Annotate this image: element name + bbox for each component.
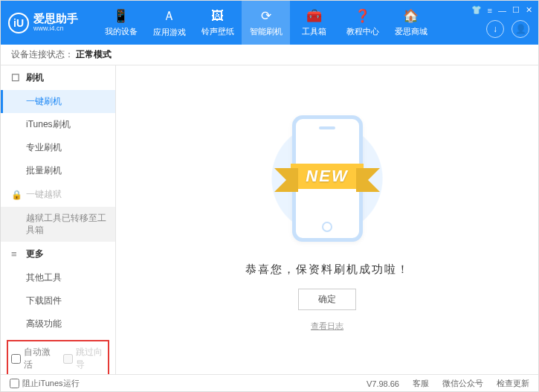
help-icon: ❓	[355, 8, 370, 24]
sidebar-item-batch-flash[interactable]: 批量刷机	[1, 159, 115, 182]
footer-link-update[interactable]: 检查更新	[497, 378, 529, 389]
app-url: www.i4.cn	[33, 25, 78, 33]
footer-link-support[interactable]: 客服	[413, 378, 429, 389]
sidebar-item-download-firmware[interactable]: 下载固件	[1, 289, 115, 312]
flash-section-icon: ☐	[11, 72, 22, 83]
tab-ringtones[interactable]: 🖼铃声壁纸	[193, 1, 242, 45]
skipguide-input	[63, 354, 73, 364]
status-bar: 设备连接状态： 正常模式	[1, 45, 538, 65]
success-illustration: NEW	[268, 108, 387, 249]
flash-icon: ⟳	[261, 8, 271, 24]
sidebar-item-pro-flash[interactable]: 专业刷机	[1, 136, 115, 159]
jailbreak-note: 越狱工具已转移至工具箱	[1, 207, 115, 242]
device-icon: 📱	[113, 8, 129, 24]
app-title: 爱思助手	[33, 13, 78, 25]
checkbox-autoactivate[interactable]: 自动激活	[11, 346, 53, 371]
toolbox-icon: 🧰	[306, 8, 322, 24]
maximize-button[interactable]: ☐	[512, 5, 520, 15]
status-value: 正常模式	[76, 48, 112, 61]
view-log-link[interactable]: 查看日志	[311, 321, 343, 332]
tab-flash[interactable]: ⟳智能刷机	[242, 1, 290, 45]
sidebar-item-advanced[interactable]: 高级功能	[1, 312, 115, 335]
tab-my-device[interactable]: 📱我的设备	[97, 1, 145, 45]
user-button[interactable]: 👤	[511, 20, 529, 38]
store-icon: 🏠	[403, 8, 419, 24]
tab-store[interactable]: 🏠爱思商城	[387, 1, 435, 45]
sidebar-item-oneclick-flash[interactable]: 一键刷机	[1, 90, 115, 113]
skin-icon[interactable]: 👕	[471, 5, 482, 15]
checkbox-skipguide[interactable]: 跳过向导	[63, 346, 105, 371]
tab-apps[interactable]: Ａ应用游戏	[145, 1, 193, 45]
nav-tabs: 📱我的设备 Ａ应用游戏 🖼铃声壁纸 ⟳智能刷机 🧰工具箱 ❓教程中心 🏠爱思商城	[97, 1, 435, 45]
apps-icon: Ａ	[163, 7, 175, 25]
sidebar-item-other-tools[interactable]: 其他工具	[1, 266, 115, 289]
close-button[interactable]: ✕	[526, 5, 532, 15]
download-button[interactable]: ↓	[486, 20, 504, 38]
sidebar-section-jailbreak: 🔒 一键越狱	[1, 182, 115, 207]
confirm-button[interactable]: 确定	[298, 289, 356, 310]
autoactivate-input[interactable]	[11, 354, 21, 364]
app-header: iU 爱思助手 www.i4.cn 📱我的设备 Ａ应用游戏 🖼铃声壁纸 ⟳智能刷…	[1, 1, 538, 45]
logo-icon: iU	[8, 13, 29, 33]
tab-tutorials[interactable]: ❓教程中心	[338, 1, 387, 45]
block-itunes-input[interactable]	[10, 379, 19, 388]
menu-icon[interactable]: ≡	[488, 6, 492, 15]
status-label: 设备连接状态：	[11, 48, 74, 61]
sidebar: ☐ 刷机 一键刷机 iTunes刷机 专业刷机 批量刷机 🔒 一键越狱 越狱工具…	[1, 65, 116, 374]
sidebar-section-more[interactable]: ≡ 更多	[1, 242, 115, 266]
minimize-button[interactable]: —	[498, 6, 506, 15]
tab-toolbox[interactable]: 🧰工具箱	[290, 1, 338, 45]
footer: 阻止iTunes运行 V7.98.66 客服 微信公众号 检查更新	[1, 374, 538, 392]
success-message: 恭喜您，保资料刷机成功啦！	[245, 263, 410, 277]
sidebar-section-flash[interactable]: ☐ 刷机	[1, 65, 115, 90]
new-ribbon: NEW	[291, 164, 363, 189]
lock-icon: 🔒	[11, 190, 22, 200]
wallpaper-icon: 🖼	[211, 9, 224, 24]
activation-options-highlight: 自动激活 跳过向导	[7, 340, 109, 374]
block-itunes-checkbox[interactable]: 阻止iTunes运行	[10, 378, 80, 389]
sidebar-item-itunes-flash[interactable]: iTunes刷机	[1, 113, 115, 136]
footer-link-wechat[interactable]: 微信公众号	[442, 378, 483, 389]
more-icon: ≡	[11, 248, 22, 260]
content-area: NEW 恭喜您，保资料刷机成功啦！ 确定 查看日志	[116, 65, 538, 374]
version-label: V7.98.66	[367, 379, 399, 388]
logo: iU 爱思助手 www.i4.cn	[8, 13, 78, 33]
